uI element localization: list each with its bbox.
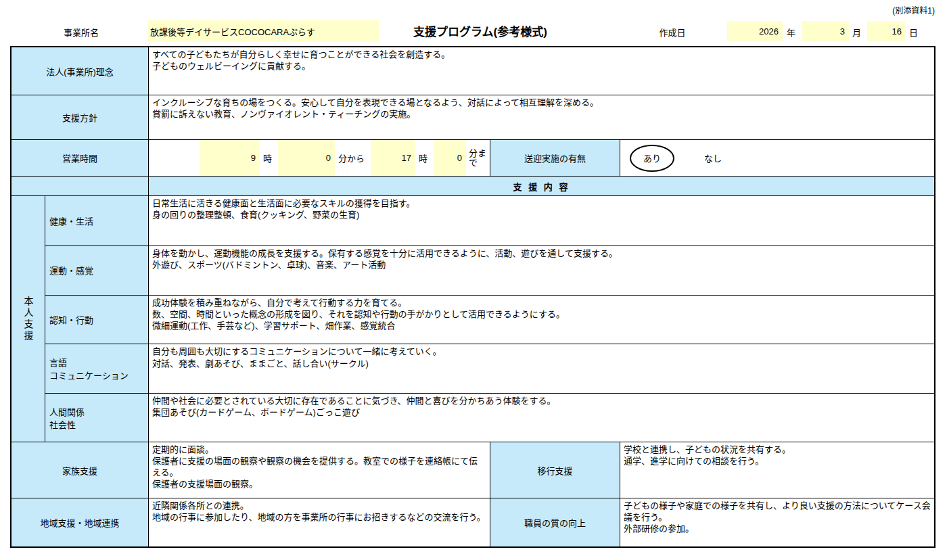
office-name-label: 事業所名 [39,26,123,39]
text-line: 学校と連携し、子どもの状況を共有する。 [624,444,931,455]
label-line: 人間関係 [49,405,148,418]
text-line: 身の回りの整理整頓、食育(クッキング、野菜の生育) [152,209,931,220]
option-yes-label: あり [643,151,661,164]
community-staff-row: 地域支援・地域連携 近隣関係各所との連携。 地域の行事に参加したり、地域の方を事… [11,498,934,546]
personal-support-rows: 健康・生活 日常生活に活きる健康面と生活面に必要なスキルの獲得を目指す。 身の回… [45,196,934,442]
group-label-text: 本人支援 [22,296,35,342]
label-line: 運動・感覚 [49,264,148,277]
policy-text: インクルーシブな育ちの場をつくる。安心して自分を表現できる場となるよう、対話によ… [149,95,934,139]
motor-sensory-label: 運動・感覚 [45,246,149,295]
philosophy-text: すべての子どもたちが自分らしく幸せに育つことができる社会を創造する。 子どものウ… [149,47,934,95]
community-support-text: 近隣関係各所との連携。 地域の行事に参加したり、地域の方を事業所の行事にお招きす… [149,498,490,546]
transport-option-no[interactable]: なし [704,151,722,164]
text-line: 微細運動(工作、手芸など)、学習サポート、畑作業、感覚統合 [152,320,931,331]
staff-quality-text: 子どもの様子や家庭での様子を共有し、より良い支援の方法についてケース会議を行う。… [620,498,934,546]
text-line: 保護者に支援の場面の観察や観察の機会を提供する。教室での様子を連絡帳にて伝える。 [152,455,486,478]
health-life-text: 日常生活に活きる健康面と生活面に必要なスキルの獲得を目指す。 身の回りの整理整頓… [149,196,934,246]
section-header-spacer [11,177,149,195]
transport-option-yes-circled[interactable]: あり [630,145,674,172]
text-line: 日常生活に活きる健康面と生活面に必要なスキルの獲得を目指す。 [152,197,931,209]
hours-label: 営業時間 [11,140,149,176]
motor-sensory-row: 運動・感覚 身体を動かし、運動機能の成長を支援する。保有する感覚を十分に活用でき… [45,246,934,296]
cognition-behavior-label: 認知・行動 [45,296,149,344]
text-line: 定期的に面談。 [152,444,486,455]
text-line: 外部研修の参加。 [624,523,931,534]
language-communication-text: 自分も周囲も大切にするコミュニケーションについて一緒に考えていく。 対話、発表、… [149,344,934,393]
family-support-text: 定期的に面談。 保護者に支援の場面の観察や観察の機会を提供する。教室での様子を連… [149,442,490,498]
family-support-label: 家族支援 [11,442,149,498]
open-minute-unit: 分から [338,151,365,164]
community-support-label: 地域支援・地域連携 [11,498,149,546]
text-line: 近隣関係各所との連携。 [152,500,486,511]
label-line: 言語 [49,356,148,369]
transition-support-text: 学校と連携し、子どもの状況を共有する。 通学、進学に向けての相談を行う。 [620,442,934,498]
text-line: 成功体験を積み重ねながら、自分で考えて行動する力を育てる。 [152,297,931,308]
label-line: コミュニケーション [49,369,148,381]
open-hour-unit: 時 [263,151,272,164]
text-line: 保護者の支援場面の観察。 [152,478,486,490]
day-unit-label: 日 [909,26,918,39]
transition-support-label: 移行支援 [490,442,620,498]
text-line: 賞罰に訴えない教育、ノンヴァイオレント・ティーチングの実施。 [152,108,931,120]
support-program-table: 法人(事業所)理念 すべての子どもたちが自分らしく幸せに育つことができる社会を創… [10,46,936,548]
personal-support-group: 本人支援 健康・生活 日常生活に活きる健康面と生活面に必要なスキルの獲得を目指す… [11,196,934,442]
attachment-note: (別添資料1) [892,4,935,16]
transport-label: 送迎実施の有無 [490,140,620,176]
language-communication-label: 言語 コミュニケーション [45,344,149,393]
page-title: 支援プログラム(参考様式) [374,22,586,39]
text-line: インクルーシブな育ちの場をつくる。安心して自分を表現できる場となるよう、対話によ… [152,97,931,108]
hours-row: 営業時間 9 時 0 分から 17 時 0 分まで 送迎実施の有無 あり なし [11,140,934,177]
personal-support-group-label: 本人支援 [11,196,45,442]
text-line: 外遊び、スポーツ(バドミントン、卓球)、音楽、アート活動 [152,259,931,271]
text-line: 仲間や社会に必要とされている大切に存在であることに気づき、仲間と喜びを分かちあう… [152,395,931,406]
text-line: 通学、進学に向けての相談を行う。 [624,455,931,467]
text-line: 自分も周囲も大切にするコミュニケーションについて一緒に考えていく。 [152,346,931,357]
creation-date-label: 作成日 [645,26,700,39]
close-minute-field[interactable]: 0 [434,140,466,176]
label-line: 認知・行動 [49,313,148,326]
text-line: すべての子どもたちが自分らしく幸せに育つことができる社会を創造する。 [152,49,931,60]
policy-row: 支援方針 インクルーシブな育ちの場をつくる。安心して自分を表現できる場となるよう… [11,95,934,140]
philosophy-row: 法人(事業所)理念 すべての子どもたちが自分らしく幸せに育つことができる社会を創… [11,47,934,95]
month-field[interactable]: 3 [802,21,849,41]
close-hour-field[interactable]: 17 [371,140,415,176]
policy-label: 支援方針 [11,95,149,139]
office-name-field[interactable]: 放課後等デイサービスCOCOCARAぷらす [147,20,379,42]
hours-fields: 9 時 0 分から 17 時 0 分まで [149,140,490,176]
text-line: 子どもの様子や家庭での様子を共有し、より良い支援の方法についてケース会議を行う。 [624,500,931,523]
health-life-row: 健康・生活 日常生活に活きる健康面と生活面に必要なスキルの獲得を目指す。 身の回… [45,196,934,246]
month-unit-label: 月 [852,26,861,39]
language-communication-row: 言語 コミュニケーション 自分も周囲も大切にするコミュニケーションについて一緒に… [45,344,934,394]
relationships-social-label: 人間関係 社会性 [45,394,149,442]
section-header-row: 支 援 内 容 [11,177,934,196]
section-header: 支 援 内 容 [149,177,934,195]
day-field[interactable]: 16 [867,21,906,41]
relationships-social-row: 人間関係 社会性 仲間や社会に必要とされている大切に存在であることに気づき、仲間… [45,394,934,442]
open-minute-field[interactable]: 0 [278,140,335,176]
label-line: 健康・生活 [49,214,148,227]
year-field[interactable]: 2026 [727,21,783,41]
open-hour-field[interactable]: 9 [200,140,260,176]
text-line: 数、空間、時間といった概念の形成を図り、それを認知や行動の手がかりとして活用でき… [152,308,931,320]
year-unit-label: 年 [787,26,795,39]
staff-quality-label: 職員の質の向上 [490,498,620,546]
cognition-behavior-text: 成功体験を積み重ねながら、自分で考えて行動する力を育てる。 数、空間、時間といっ… [149,296,934,344]
label-line: 社会性 [49,418,148,431]
motor-sensory-text: 身体を動かし、運動機能の成長を支援する。保有する感覚を十分に活用できるように、活… [149,246,934,295]
cognition-behavior-row: 認知・行動 成功体験を積み重ねながら、自分で考えて行動する力を育てる。 数、空間… [45,296,934,345]
text-line: 集団あそび(カードゲーム、ボードゲーム)ごっこ遊び [152,406,931,418]
transport-options: あり なし [620,140,934,176]
close-minute-unit: 分まで [469,149,488,167]
health-life-label: 健康・生活 [45,196,149,246]
text-line: 対話、発表、劇あそび、ままごと、話し合い(サークル) [152,358,931,369]
family-transition-row: 家族支援 定期的に面談。 保護者に支援の場面の観察や観察の機会を提供する。教室で… [11,442,934,498]
text-line: 身体を動かし、運動機能の成長を支援する。保有する感覚を十分に活用できるように、活… [152,248,931,259]
text-line: 地域の行事に参加したり、地域の方を事業所の行事にお招きするなどの交流を行う。 [152,511,486,523]
relationships-social-text: 仲間や社会に必要とされている大切に存在であることに気づき、仲間と喜びを分かちあう… [149,394,934,442]
close-hour-unit: 時 [419,151,428,164]
philosophy-label: 法人(事業所)理念 [11,47,149,95]
text-line: 子どものウェルビーイングに貢献する。 [152,60,931,72]
